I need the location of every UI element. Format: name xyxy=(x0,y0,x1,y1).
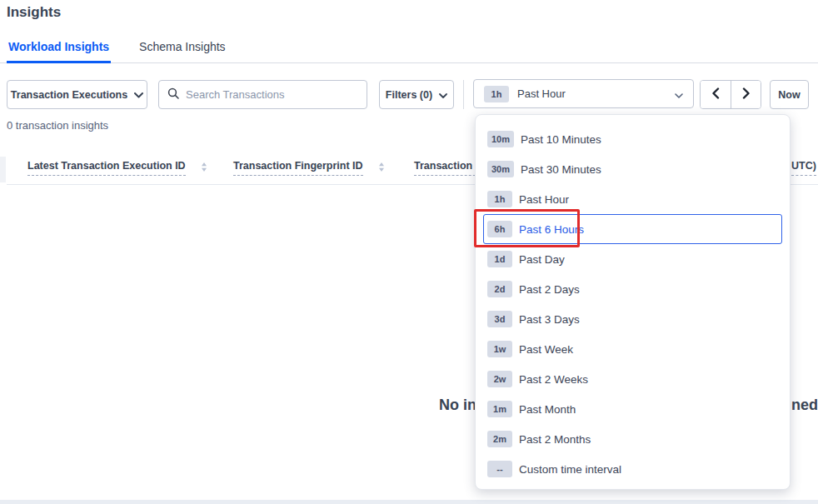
search-input-wrapper xyxy=(158,80,367,109)
time-option-2w[interactable]: 2wPast 2 Weeks xyxy=(483,364,782,394)
time-option-2d[interactable]: 2dPast 2 Days xyxy=(483,274,782,304)
time-interval-badge: 1h xyxy=(484,86,509,102)
time-interval-select[interactable]: 1h Past Hour xyxy=(473,79,694,108)
chevron-left-icon xyxy=(711,87,720,102)
time-pager xyxy=(700,80,761,109)
time-option-custom[interactable]: --Custom time interval xyxy=(483,454,782,484)
now-label: Now xyxy=(778,89,800,101)
next-interval-button[interactable] xyxy=(731,81,761,108)
time-option-badge: 1h xyxy=(487,191,512,207)
time-option-label: Past 6 Hours xyxy=(519,223,584,236)
time-option-label: Past Hour xyxy=(519,193,569,206)
filters-label: Filters (0) xyxy=(386,89,432,101)
bottom-section-edge xyxy=(0,500,818,504)
time-interval-dropdown: 10mPast 10 Minutes30mPast 30 Minutes1hPa… xyxy=(475,114,791,490)
time-option-badge: 1d xyxy=(487,251,512,267)
chevron-down-icon xyxy=(439,89,447,101)
now-button[interactable]: Now xyxy=(770,80,809,109)
search-icon xyxy=(167,87,179,102)
time-option-2m[interactable]: 2mPast 2 Months xyxy=(483,424,782,454)
time-option-label: Past 2 Months xyxy=(519,433,591,446)
sort-icon[interactable] xyxy=(378,162,385,172)
previous-interval-button[interactable] xyxy=(701,81,731,108)
chevron-down-icon xyxy=(675,87,683,102)
time-option-badge: 30m xyxy=(487,161,514,177)
time-option-badge: 1w xyxy=(487,341,512,357)
search-input[interactable] xyxy=(186,88,358,101)
time-option-badge: 2w xyxy=(487,371,512,387)
time-option-label: Past Week xyxy=(519,343,573,356)
column-header-label: Latest Transaction Execution ID xyxy=(27,160,186,176)
time-option-label: Custom time interval xyxy=(519,463,621,476)
time-interval-label: Past Hour xyxy=(517,87,566,100)
time-option-1h[interactable]: 1hPast Hour xyxy=(483,184,782,214)
page-title: Insights xyxy=(7,4,61,21)
chevron-down-icon xyxy=(134,89,143,101)
tab-workload-insights[interactable]: Workload Insights xyxy=(7,40,111,62)
time-option-label: Past 2 Weeks xyxy=(519,373,588,386)
tab-bar: Workload InsightsSchema Insights xyxy=(0,37,818,63)
time-option-badge: 2m xyxy=(487,431,512,447)
time-option-label: Past Month xyxy=(519,403,576,416)
column-header[interactable]: Transaction Fingerprint ID xyxy=(233,160,385,176)
column-header-label: Transaction Fingerprint ID xyxy=(233,160,363,176)
chevron-right-icon xyxy=(742,87,751,102)
time-option-badge: -- xyxy=(487,461,512,477)
empty-state-text-fragment-left: No in xyxy=(439,397,476,414)
time-option-6h[interactable]: 6hPast 6 Hours xyxy=(483,214,782,244)
empty-state-text-fragment-right: ned. xyxy=(791,397,818,414)
time-option-10m[interactable]: 10mPast 10 Minutes xyxy=(483,124,782,154)
toolbar-divider xyxy=(463,80,464,109)
time-option-1d[interactable]: 1dPast Day xyxy=(483,244,782,274)
sort-icon[interactable] xyxy=(201,162,207,172)
time-option-30m[interactable]: 30mPast 30 Minutes xyxy=(483,154,782,184)
column-header[interactable]: Latest Transaction Execution ID xyxy=(27,160,207,176)
filters-button[interactable]: Filters (0) xyxy=(379,80,454,109)
time-option-badge: 10m xyxy=(487,131,514,147)
time-option-badge: 2d xyxy=(487,281,512,297)
time-option-badge: 3d xyxy=(487,311,512,327)
time-option-badge: 1m xyxy=(487,401,512,417)
time-option-label: Past Day xyxy=(519,253,565,266)
time-option-1m[interactable]: 1mPast Month xyxy=(483,394,782,424)
time-option-label: Past 30 Minutes xyxy=(521,163,601,176)
tab-schema-insights[interactable]: Schema Insights xyxy=(137,40,227,62)
insights-page: Insights Workload InsightsSchema Insight… xyxy=(0,0,818,504)
column-header: UTC) xyxy=(791,160,816,176)
workload-type-select[interactable]: Transaction Executions xyxy=(7,80,147,109)
workload-type-label: Transaction Executions xyxy=(11,89,127,101)
column-header-label: UTC) xyxy=(791,160,816,176)
time-option-label: Past 10 Minutes xyxy=(521,133,601,146)
time-option-1w[interactable]: 1wPast Week xyxy=(483,334,782,364)
insights-count: 0 transaction insights xyxy=(7,119,108,132)
time-option-3d[interactable]: 3dPast 3 Days xyxy=(483,304,782,334)
time-option-badge: 6h xyxy=(487,221,512,237)
time-option-label: Past 2 Days xyxy=(519,283,580,296)
time-option-label: Past 3 Days xyxy=(519,313,580,326)
